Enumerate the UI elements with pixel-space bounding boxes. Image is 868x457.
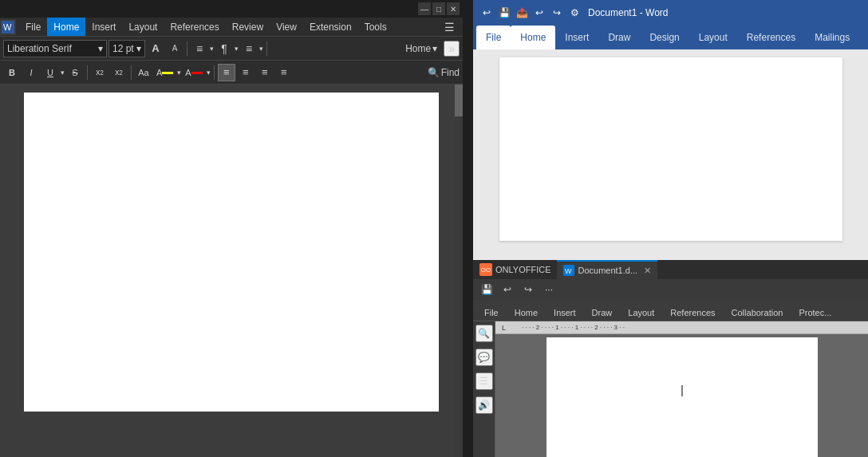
taskbar-onlyoffice[interactable]: OO ONLYOFFICE: [473, 260, 557, 279]
word-tab-insert[interactable]: Insert: [555, 26, 598, 49]
oo-search-sidebar-button[interactable]: 🔍: [475, 325, 493, 342]
word-tab-file[interactable]: File: [476, 26, 511, 49]
minimize-button[interactable]: —: [418, 2, 431, 15]
oo-sidebar: 🔍 💬 ☰ 🔊: [473, 321, 495, 457]
ruler-scale: · · · · 2 · · · · 1 · · · · 1 · · · · 2 …: [522, 324, 625, 331]
highlight-color: [162, 72, 173, 74]
word-undo-icon[interactable]: ↩: [532, 6, 546, 20]
home-button[interactable]: Home ▾: [400, 41, 442, 56]
menu-references[interactable]: References: [164, 18, 225, 36]
toolbar-row-1: Liberation Serif ▾ 12 pt ▾ A A ≡ ▾ ¶ ▾ ≡…: [0, 37, 463, 61]
word-title-icons: ↩ 💾 📤 ↩ ↪ ⚙: [479, 6, 582, 20]
document-close-button[interactable]: ✕: [644, 266, 651, 276]
menu-review[interactable]: Review: [226, 18, 270, 36]
oo-more-button[interactable]: ···: [540, 281, 558, 298]
taskbar-document[interactable]: W Document1.d... ✕: [557, 260, 657, 279]
oo-tab-draw[interactable]: Draw: [584, 305, 621, 321]
font-name-dropdown[interactable]: Liberation Serif ▾: [3, 40, 107, 57]
oo-quick-access-bar: 💾 ↩ ↪ ···: [473, 279, 868, 300]
word-page[interactable]: [499, 57, 842, 241]
italic-button[interactable]: I: [22, 64, 40, 81]
oo-redo-button[interactable]: ↪: [519, 281, 537, 298]
oo-document-area[interactable]: L · · · · 2 · · · · 1 · · · · 1 · · · · …: [495, 321, 868, 457]
oo-tab-file[interactable]: File: [476, 305, 507, 321]
highlight-button[interactable]: A: [154, 64, 176, 81]
word-share-icon[interactable]: 📤: [515, 6, 529, 20]
document-icon: W: [563, 265, 574, 276]
expand-button[interactable]: »: [444, 41, 460, 57]
home-find-area: Home ▾: [400, 41, 442, 56]
vertical-scrollbar[interactable]: [455, 85, 463, 457]
font-grow-button[interactable]: A: [147, 40, 164, 57]
word-tab-home[interactable]: Home: [511, 26, 555, 49]
font-color-button[interactable]: A: [183, 64, 204, 81]
menu-tools[interactable]: Tools: [358, 18, 393, 36]
paragraph-spacing-button[interactable]: ¶: [215, 40, 233, 57]
svg-text:W: W: [565, 267, 572, 275]
word-ribbon-tabs: File Home Insert Draw Design Layout Refe…: [473, 26, 868, 49]
oo-undo-button[interactable]: ↩: [499, 281, 516, 298]
word-back-icon[interactable]: ↩: [479, 6, 494, 20]
text-case-button[interactable]: Aa: [135, 64, 152, 81]
menu-file[interactable]: File: [19, 18, 47, 36]
oo-tab-collaboration[interactable]: Collaboration: [724, 305, 791, 321]
word-tab-layout[interactable]: Layout: [689, 26, 737, 49]
subscript-button[interactable]: x2: [91, 64, 108, 81]
oo-save-button[interactable]: 💾: [478, 281, 495, 298]
list-arrow: ▾: [259, 45, 263, 53]
onlyoffice-panel: 💾 ↩ ↪ ··· File Home Insert Draw Layout R…: [473, 279, 868, 457]
font-size-dropdown[interactable]: 12 pt ▾: [108, 40, 145, 57]
align-center-button[interactable]: ≡: [237, 64, 254, 81]
align-justify-button[interactable]: ≡: [275, 64, 293, 81]
oo-tab-protection[interactable]: Protec...: [791, 305, 839, 321]
separator2: [266, 41, 267, 56]
oo-tab-insert[interactable]: Insert: [546, 305, 584, 321]
document-page[interactable]: [24, 93, 439, 412]
word-settings-icon[interactable]: ⚙: [567, 6, 582, 20]
oo-comments-button[interactable]: 💬: [475, 349, 493, 366]
maximize-button[interactable]: □: [432, 2, 445, 15]
menu-home[interactable]: Home: [47, 18, 85, 36]
align-right-button[interactable]: ≡: [256, 64, 274, 81]
line-spacing-button[interactable]: ≡: [191, 40, 208, 57]
menu-insert[interactable]: Insert: [85, 18, 122, 36]
word-title-bar: ↩ 💾 📤 ↩ ↪ ⚙ Document1 - Word: [473, 0, 868, 26]
svg-text:W: W: [3, 22, 12, 32]
list-button[interactable]: ≡: [240, 40, 258, 57]
superscript-button[interactable]: x2: [110, 64, 128, 81]
word-tab-mailings[interactable]: Mailings: [805, 26, 859, 49]
hamburger-button[interactable]: ☰: [440, 21, 460, 33]
text-cursor: [681, 385, 682, 396]
font-color-icon: A: [185, 68, 191, 77]
word-tab-design[interactable]: Design: [640, 26, 688, 49]
oo-audio-button[interactable]: 🔊: [475, 396, 493, 414]
oo-tab-home[interactable]: Home: [507, 305, 546, 321]
title-bar: — □ ✕: [0, 0, 463, 18]
scrollbar-thumb[interactable]: [455, 85, 463, 116]
ruler-marker: L: [502, 324, 506, 332]
word-save-icon[interactable]: 💾: [497, 6, 511, 20]
underline-button[interactable]: U: [41, 64, 59, 81]
word-tab-draw[interactable]: Draw: [598, 26, 640, 49]
bold-button[interactable]: B: [3, 64, 21, 81]
close-button[interactable]: ✕: [447, 2, 460, 15]
word-redo-icon[interactable]: ↪: [550, 6, 564, 20]
highlight-arrow: ▾: [177, 69, 181, 77]
menu-layout[interactable]: Layout: [122, 18, 164, 36]
menu-view[interactable]: View: [270, 18, 303, 36]
onlyoffice-label: ONLYOFFICE: [495, 265, 550, 274]
para-spacing-arrow: ▾: [235, 45, 239, 53]
strikethrough-button[interactable]: S: [66, 64, 84, 81]
oo-tab-references[interactable]: References: [662, 305, 723, 321]
document-area[interactable]: [0, 85, 463, 457]
font-shrink-button[interactable]: A: [166, 40, 183, 57]
underline-arrow: ▾: [61, 69, 65, 77]
oo-document-page[interactable]: [546, 337, 818, 457]
menu-extension[interactable]: Extension: [303, 18, 358, 36]
word-tab-references[interactable]: References: [737, 26, 805, 49]
find-label: Find: [441, 67, 460, 78]
oo-navigation-button[interactable]: ☰: [475, 372, 493, 390]
oo-tab-layout[interactable]: Layout: [620, 305, 662, 321]
separator3: [87, 65, 88, 80]
align-left-button[interactable]: ≡: [218, 64, 235, 81]
